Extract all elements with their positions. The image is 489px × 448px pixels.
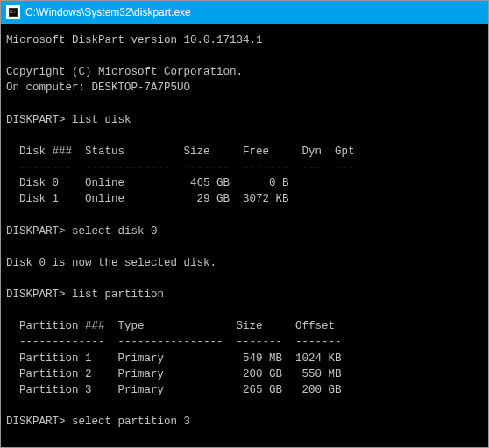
partition-row-0: Partition 1 Primary 549 MB 1024 KB [6,352,342,365]
copyright-line: Copyright (C) Microsoft Corporation. [6,66,243,78]
partition-row-1: Partition 2 Primary 200 GB 550 MB [6,368,342,380]
version-line: Microsoft DiskPart version 10.0.17134.1 [6,34,263,46]
prompt-select-partition: DISKPART> select partition 3 [6,416,190,428]
partition-table-divider: ------------- ---------------- ------- -… [6,336,342,348]
disk-row-1: Disk 1 Online 29 GB 3072 KB [6,193,289,205]
window-title: C:\Windows\System32\diskpart.exe [25,6,191,18]
msg-disk-selected: Disk 0 is now the selected disk. [6,257,216,269]
terminal-output[interactable]: Microsoft DiskPart version 10.0.17134.1 … [1,24,488,447]
partition-row-2: Partition 3 Primary 265 GB 200 GB [6,384,342,396]
disk-table-header: Disk ### Status Size Free Dyn Gpt [6,146,355,158]
prompt-list-partition: DISKPART> list partition [6,288,164,301]
computer-line: On computer: DESKTOP-7A7P5UO [6,82,190,94]
console-window: C:\Windows\System32\diskpart.exe Microso… [0,0,489,448]
disk-table-divider: -------- ------------- ------- ------- -… [6,161,355,174]
disk-row-0: Disk 0 Online 465 GB 0 B [6,177,289,189]
partition-table-header: Partition ### Type Size Offset [6,320,335,332]
app-icon [6,5,20,19]
prompt-select-disk: DISKPART> select disk 0 [6,225,158,238]
titlebar[interactable]: C:\Windows\System32\diskpart.exe [1,1,488,24]
prompt-list-disk: DISKPART> list disk [6,114,131,126]
